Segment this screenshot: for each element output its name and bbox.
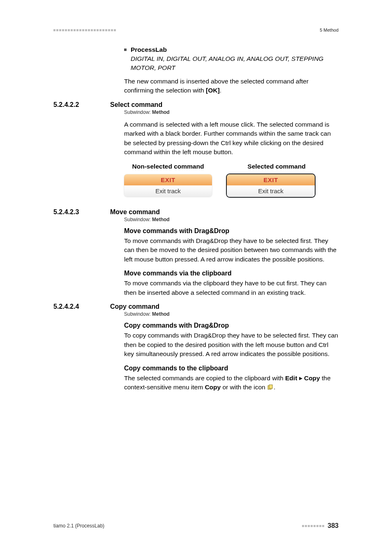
exit-card-title: EXIT [227,174,315,185]
col-nonselected: Non-selected command [124,163,212,170]
subwindow-label: Subwindow: Method [124,217,339,222]
subwindow-label: Subwindow: Method [124,109,339,115]
exit-card-nonselected: EXIT Exit track [124,174,212,197]
section-heading: 5.2.4.2.2 Select command [53,101,339,109]
paragraph: To move commands via the clipboard they … [124,279,339,297]
section-heading: 5.2.4.2.4 Copy command [53,303,339,310]
exit-card-selected: EXIT Exit track [227,174,315,197]
example-header-row: Non-selected command Selected command [124,163,339,170]
paragraph: To copy commands with Drag&Drop they hav… [124,331,339,358]
section-number: 5.2.4.2.3 [53,208,95,216]
menu-copy: Copy [205,384,221,391]
subsection-title: Copy commands to the clipboard [124,365,339,372]
section-title: Copy command [110,303,159,310]
subsection-title: Move commands with Drag&Drop [124,227,339,235]
intro-ok: [OK] [206,87,220,94]
section-number: 5.2.4.2.4 [53,303,95,310]
bullet-item: ProcessLab [124,46,339,53]
subsection-title: Copy commands with Drag&Drop [124,322,339,329]
triangle-icon: ▸ [297,375,304,382]
italic-commands-list: DIGITAL IN, DIGITAL OUT, ANALOG IN, ANAL… [131,54,339,73]
select-command-paragraph: A command is selected with a left mouse … [124,120,339,157]
page-header: 5 Method [53,26,339,34]
svg-rect-1 [269,385,272,388]
exit-cards: EXIT Exit track EXIT Exit track [124,174,339,197]
subsection-title: Move commands via the clipboard [124,270,339,277]
exit-card-sub: Exit track [227,185,315,197]
exit-card-sub: Exit track [124,185,212,197]
intro-paragraph: The new command is inserted above the se… [124,77,339,95]
section-title: Move command [110,208,160,216]
subwindow-label: Subwindow: Method [124,311,339,317]
exit-card-title: EXIT [124,174,212,185]
bullet-square-icon [124,49,127,51]
footer-page-number: 383 [327,522,339,530]
menu-edit: Edit [285,375,297,382]
paragraph: To move commands with Drag&Drop they hav… [124,236,339,264]
footer-product: tiamo 2.1 (ProcessLab) [53,523,104,529]
col-selected: Selected command [233,163,321,170]
copy-icon [267,384,274,389]
paragraph: The selected commands are copied to the … [124,374,339,392]
bullet-label: ProcessLab [131,46,167,53]
page-footer: tiamo 2.1 (ProcessLab) 383 [53,522,339,530]
header-dashes [53,29,116,31]
section-title: Select command [110,101,162,109]
footer-dashes: 383 [302,522,339,530]
menu-copy: Copy [304,375,320,382]
section-heading: 5.2.4.2.3 Move command [53,208,339,216]
section-number: 5.2.4.2.2 [53,101,95,109]
header-chapter: 5 Method [320,28,339,32]
